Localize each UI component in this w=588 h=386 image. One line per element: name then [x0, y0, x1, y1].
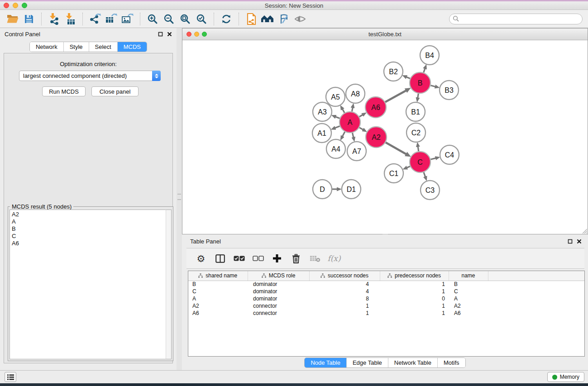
criterion-dropdown[interactable]: largest connected component (directed): [19, 71, 161, 81]
vertical-splitter[interactable]: [177, 28, 182, 370]
table-row[interactable]: A6connector11A6: [188, 310, 584, 317]
column-header-successor-nodes[interactable]: successor nodes: [309, 271, 380, 281]
zoom-selected-icon[interactable]: [193, 11, 210, 27]
graph-edge-A-A2[interactable]: [359, 128, 363, 130]
unselect-all-checkboxes-icon[interactable]: [252, 252, 264, 265]
close-panel-icon[interactable]: [167, 32, 172, 37]
export-table-icon[interactable]: [103, 11, 120, 27]
cell[interactable]: 1: [380, 288, 449, 295]
delete-column-icon[interactable]: [290, 252, 302, 265]
graph-edge-A-A6[interactable]: [359, 115, 363, 117]
network-canvas[interactable]: AA1A2A3A4A5A6A7A8BB1B2B3B4CC1C2C3C4DD1: [182, 40, 588, 234]
graph-node-B1[interactable]: [406, 102, 425, 121]
cell[interactable]: dominator: [248, 288, 309, 295]
graph-node-D[interactable]: [313, 180, 332, 199]
tab-select[interactable]: Select: [89, 42, 117, 52]
tab-node-table[interactable]: Node Table: [305, 358, 346, 367]
column-header-mcds-role[interactable]: MCDS role: [248, 271, 309, 281]
graph-node-C[interactable]: [410, 152, 430, 172]
graph-edge-B-B2[interactable]: [406, 77, 410, 79]
graph-node-D1[interactable]: [342, 180, 361, 199]
graph-node-B[interactable]: [410, 72, 430, 93]
graph-node-A4[interactable]: [326, 139, 345, 158]
column-header-shared-name[interactable]: shared name: [188, 271, 248, 281]
select-all-checkboxes-icon[interactable]: [233, 252, 245, 265]
table-row[interactable]: Cdominator41C: [188, 288, 584, 295]
mcds-result-list[interactable]: A2ABCA6: [10, 210, 166, 359]
refresh-icon[interactable]: [218, 11, 234, 27]
search-input[interactable]: [459, 15, 573, 22]
cell[interactable]: B: [188, 281, 248, 288]
save-icon[interactable]: [21, 11, 37, 27]
graph-edge-C-C1[interactable]: [407, 167, 411, 168]
cell[interactable]: 1: [380, 310, 449, 317]
graph-node-A6[interactable]: [365, 97, 386, 118]
graph-edge-A-A4[interactable]: [342, 132, 344, 136]
tab-motifs[interactable]: Motifs: [437, 358, 465, 367]
graph-node-A7[interactable]: [347, 142, 366, 161]
cell[interactable]: A2: [188, 302, 248, 310]
cell[interactable]: 1: [309, 302, 380, 310]
run-mcds-button[interactable]: Run MCDS: [42, 86, 86, 96]
task-list-button[interactable]: [5, 372, 16, 382]
tab-network-table[interactable]: Network Table: [388, 358, 437, 367]
split-columns-icon[interactable]: [214, 252, 226, 265]
graph-node-A5[interactable]: [326, 87, 345, 106]
graph-node-A8[interactable]: [346, 84, 365, 103]
cell[interactable]: 1: [380, 302, 449, 310]
graph-edge-A-A5[interactable]: [342, 109, 344, 113]
column-header-predecessor-nodes[interactable]: predecessor nodes: [380, 271, 449, 281]
table-row[interactable]: Adominator80A: [188, 295, 584, 302]
import-network-icon[interactable]: [46, 11, 62, 27]
close-table-panel-icon[interactable]: [577, 239, 582, 244]
add-column-icon[interactable]: [271, 252, 283, 265]
houses-icon[interactable]: [259, 11, 276, 27]
result-item-a[interactable]: A: [12, 218, 166, 225]
graph-edge-C-C2[interactable]: [418, 147, 418, 152]
graph-edge-C-C3[interactable]: [424, 172, 425, 177]
graph-node-C4[interactable]: [440, 145, 459, 164]
graph-node-C1[interactable]: [384, 164, 403, 183]
graph-edge-A-A3[interactable]: [335, 117, 340, 119]
float-table-panel-icon[interactable]: [568, 239, 573, 244]
graph-edge-B-B1[interactable]: [418, 94, 419, 98]
cell[interactable]: 0: [380, 295, 449, 302]
cell[interactable]: 1: [309, 310, 380, 317]
graph-edge-C-C4[interactable]: [430, 158, 436, 159]
graph-edge-B-B4[interactable]: [424, 68, 425, 72]
result-list-scrollbar[interactable]: [166, 210, 172, 359]
graph-node-B2[interactable]: [384, 62, 403, 81]
result-item-a2[interactable]: A2: [12, 211, 166, 218]
graph-node-B4[interactable]: [420, 46, 439, 65]
graph-node-C3[interactable]: [421, 181, 440, 200]
open-folder-icon[interactable]: [5, 11, 21, 27]
cell[interactable]: A2: [449, 302, 488, 310]
cell[interactable]: C: [449, 288, 488, 295]
graph-edge-B-B3[interactable]: [430, 86, 435, 87]
cell[interactable]: connector: [248, 310, 309, 317]
zoom-in-icon[interactable]: [144, 11, 161, 27]
cell[interactable]: A: [449, 295, 488, 302]
gear-icon[interactable]: ⚙: [195, 252, 207, 265]
table-row[interactable]: Bdominator41B: [188, 281, 584, 288]
result-item-a6[interactable]: A6: [12, 240, 166, 247]
table-row[interactable]: A2connector11A2: [188, 302, 584, 310]
graph-node-A[interactable]: [339, 112, 360, 133]
cell[interactable]: 4: [309, 288, 380, 295]
column-header-name[interactable]: name: [449, 271, 488, 281]
graph-edge-A-A1[interactable]: [335, 126, 340, 128]
new-document-icon[interactable]: [243, 11, 259, 27]
cell[interactable]: A: [188, 295, 248, 302]
export-network-icon[interactable]: [87, 11, 103, 27]
memory-button[interactable]: Memory: [547, 372, 584, 382]
graph-edge-A-A8[interactable]: [352, 108, 353, 112]
cell[interactable]: 4: [309, 281, 380, 288]
tab-style[interactable]: Style: [63, 42, 89, 52]
zoom-out-icon[interactable]: [161, 11, 177, 27]
flag-icon[interactable]: [276, 11, 292, 27]
cell[interactable]: dominator: [248, 281, 309, 288]
cell[interactable]: dominator: [248, 295, 309, 302]
graph-node-A2[interactable]: [366, 127, 387, 148]
delete-table-icon[interactable]: [309, 252, 321, 265]
eye-icon[interactable]: [292, 11, 308, 27]
